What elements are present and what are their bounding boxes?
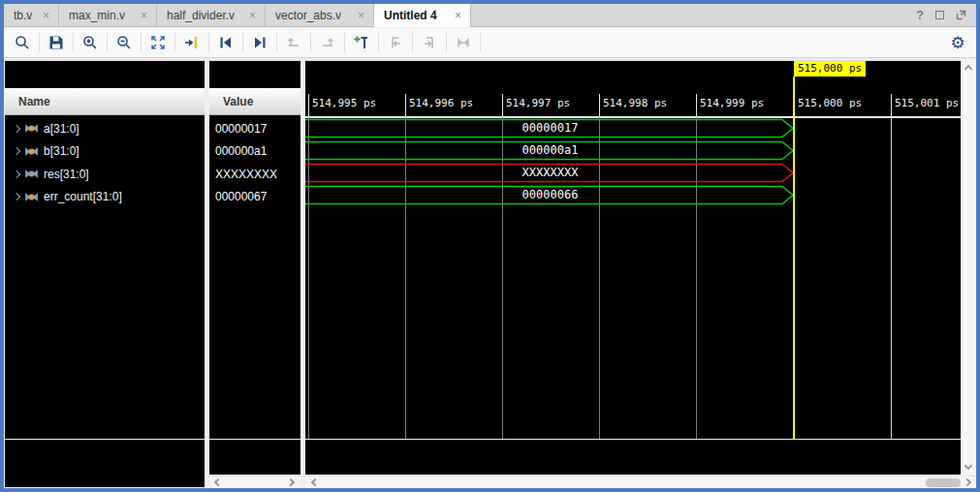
axis-tick [696, 94, 697, 117]
axis-tick [599, 94, 600, 117]
bus-signal-icon [25, 123, 38, 134]
expand-chevron-icon[interactable] [13, 147, 20, 155]
signal-name: err_count[31:0] [44, 190, 122, 203]
scroll-left-icon[interactable] [311, 478, 319, 486]
toolbar-separator [141, 33, 142, 52]
toolbar-separator [276, 33, 277, 52]
waveform-bus: 00000017 [305, 118, 795, 138]
toolbar-separator [378, 33, 379, 52]
toolbar-separator [107, 33, 108, 52]
axis-tick-label: 514,999 ps [700, 97, 764, 109]
tab-close-icon[interactable]: × [243, 9, 256, 22]
editor-tab[interactable]: half_divider.v × [157, 4, 266, 27]
cursor-time-flag[interactable]: 515,000 ps [794, 61, 866, 77]
add-marker-icon[interactable] [349, 31, 374, 54]
axis-tick-label: 514,997 ps [506, 97, 570, 109]
settings-gear-icon[interactable]: ⚙ [945, 31, 970, 54]
previous-transition-icon[interactable] [213, 31, 238, 54]
expand-chevron-icon[interactable] [13, 193, 20, 200]
editor-tab[interactable]: tb.v × [4, 4, 59, 27]
vertical-scrollbar[interactable] [961, 60, 976, 475]
panel-divider-line [5, 439, 205, 440]
axis-tick-label: 514,996 ps [409, 97, 473, 109]
signal-name-row[interactable]: b[31:0] [5, 140, 205, 163]
scroll-left-icon[interactable] [214, 478, 222, 486]
toolbar-separator [412, 33, 413, 52]
signal-name-row[interactable]: err_count[31:0] [5, 186, 205, 208]
go-to-time-cursor-icon[interactable] [179, 31, 205, 54]
signal-value-row[interactable]: 000000a1 [209, 140, 300, 163]
axis-tick [405, 94, 406, 117]
find-icon[interactable] [10, 31, 35, 54]
signal-name-row[interactable]: a[31:0] [5, 117, 205, 139]
waveform-canvas[interactable]: 515,000 ps 514,995 ps 514,996 ps 514,997… [305, 60, 961, 475]
bus-value-label: 00000017 [305, 118, 795, 138]
maximize-icon[interactable] [935, 11, 944, 19]
tab-label: vector_abs.v [275, 9, 341, 22]
signal-value-row[interactable]: 00000017 [209, 117, 300, 139]
span-markers-icon[interactable] [451, 31, 476, 54]
toolbar-separator [446, 33, 447, 52]
previous-marker-icon[interactable] [383, 31, 408, 54]
panel-divider-line [209, 439, 300, 440]
value-horizontal-scrollbar[interactable] [209, 476, 300, 488]
tab-close-icon[interactable]: × [37, 9, 49, 22]
tab-close-icon[interactable]: × [135, 9, 147, 22]
scrollbar-thumb[interactable] [926, 478, 961, 487]
axis-tick-label: 514,995 ps [312, 97, 376, 109]
toolbar-separator [480, 33, 481, 52]
tab-label: Untitled 4 [384, 9, 437, 22]
next-transition-icon[interactable] [247, 31, 272, 54]
next-marker-icon[interactable] [417, 31, 442, 54]
signal-name-row[interactable]: res[31:0] [5, 163, 205, 185]
editor-tab[interactable]: max_min.v × [59, 4, 157, 27]
scroll-right-icon[interactable] [964, 478, 971, 486]
signal-names-panel[interactable]: Name a[31:0] b[31:0] [5, 60, 205, 487]
signal-value: XXXXXXXX [215, 168, 277, 181]
toolbar-separator [73, 33, 74, 52]
signal-value: 000000a1 [215, 144, 267, 158]
expand-chevron-icon[interactable] [13, 169, 20, 177]
zoom-out-icon[interactable] [111, 31, 137, 54]
editor-tab[interactable]: Untitled 4 × [374, 4, 471, 27]
toolbar-separator [39, 33, 40, 52]
swap-cursors-2-icon[interactable] [315, 31, 340, 54]
swap-cursors-icon[interactable] [281, 31, 306, 54]
tab-close-icon[interactable]: × [449, 9, 461, 22]
axis-tick [891, 94, 892, 117]
toolbar-separator [310, 33, 311, 52]
toolbar-separator [174, 33, 175, 52]
axis-tick-label: 515,000 ps [798, 97, 862, 109]
signal-value-row[interactable]: XXXXXXXX [209, 163, 300, 185]
tab-label: max_min.v [69, 9, 125, 22]
help-icon[interactable]: ? [916, 8, 924, 22]
bus-signal-icon [25, 192, 38, 202]
signal-name: b[31:0] [44, 144, 79, 158]
wave-bottom-line [305, 439, 961, 440]
scroll-down-icon[interactable] [964, 462, 972, 470]
value-column-header[interactable]: Value [209, 88, 300, 115]
zoom-in-icon[interactable] [78, 31, 103, 54]
tab-close-icon[interactable]: × [352, 9, 364, 22]
wave-window: tb.v × max_min.v × half_divider.v × vect… [0, 0, 980, 492]
signal-name: res[31:0] [44, 168, 89, 181]
save-wave-config-icon[interactable] [44, 31, 69, 54]
waveform-bus: 000000a1 [305, 140, 795, 161]
scroll-right-icon[interactable] [287, 478, 295, 486]
editor-tab[interactable]: vector_abs.v × [266, 4, 374, 27]
expand-chevron-icon[interactable] [13, 124, 20, 132]
scroll-up-icon[interactable] [964, 65, 972, 73]
zoom-fit-icon[interactable] [145, 31, 171, 54]
signal-value-row[interactable]: 00000067 [209, 186, 300, 208]
toolbar-separator [242, 33, 243, 52]
bus-value-label: 00000066 [305, 185, 795, 205]
wave-horizontal-scrollbar[interactable] [305, 476, 976, 488]
bus-value-label: 000000a1 [305, 140, 795, 161]
float-window-icon[interactable] [956, 10, 966, 20]
toolbar-separator [344, 33, 345, 52]
signal-values-panel[interactable]: Value 00000017 000000a1 XXXXXXXX 0000006… [209, 60, 300, 475]
signal-value: 00000067 [215, 190, 267, 203]
name-column-header[interactable]: Name [5, 88, 205, 115]
axis-tick-label: 514,998 ps [603, 97, 667, 109]
time-cursor-line[interactable] [793, 77, 795, 439]
